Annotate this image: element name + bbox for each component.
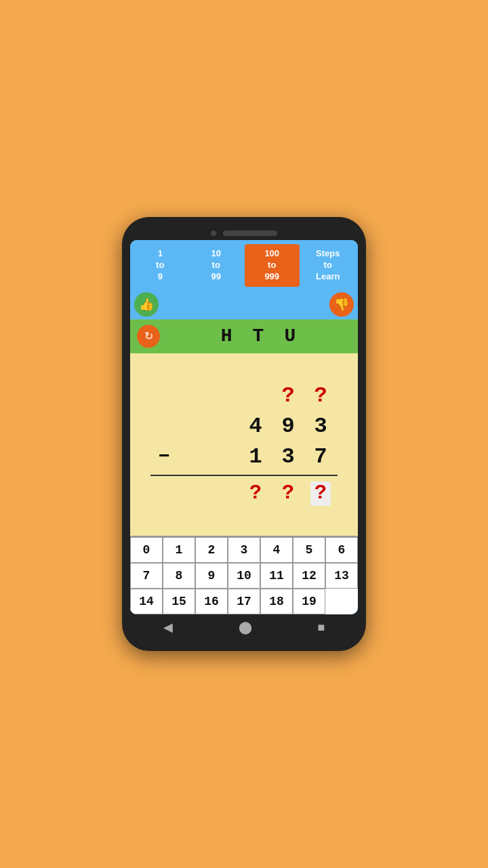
thumbs-down-icon: 👎 — [334, 297, 349, 312]
action-row: 👍 👎 — [130, 290, 358, 319]
subtrahend-u: 7 — [310, 444, 331, 469]
thumbs-up-button[interactable]: 👍 — [134, 292, 159, 317]
numpad-key-19[interactable]: 19 — [293, 589, 325, 614]
u-label: U — [284, 326, 296, 347]
minuend-row: 4 9 3 — [144, 411, 344, 441]
numpad-key-14[interactable]: 14 — [130, 589, 163, 614]
refresh-button[interactable]: ↻ — [137, 325, 160, 348]
tab-10to99[interactable]: 10 to 99 — [189, 244, 244, 287]
htu-header: ↻ H T U — [130, 319, 358, 353]
tab-steps[interactable]: Steps to Learn — [301, 244, 356, 287]
hint-u: ? — [310, 383, 331, 408]
recents-button[interactable]: ■ — [318, 620, 325, 635]
thumbs-up-icon: 👍 — [139, 297, 154, 312]
numpad-key-10[interactable]: 10 — [228, 563, 260, 589]
result-row: ? ? ? — [144, 479, 344, 509]
subtrahend-row: − 1 3 7 — [144, 441, 344, 472]
phone-shell: 1 to 9 10 to 99 100 to 999 Steps to Lear… — [122, 217, 366, 651]
divider-line — [150, 475, 338, 476]
numpad-key-16[interactable]: 16 — [195, 589, 228, 614]
speaker — [223, 231, 277, 236]
subtrahend-t: 3 — [278, 444, 298, 469]
minuend-t: 9 — [278, 414, 298, 439]
home-button[interactable]: ⬤ — [239, 620, 252, 635]
numpad-key-0[interactable]: 0 — [130, 537, 163, 563]
numpad-key-5[interactable]: 5 — [293, 537, 325, 563]
numpad-key-8[interactable]: 8 — [163, 563, 195, 589]
numpad-key-12[interactable]: 12 — [293, 563, 325, 589]
numpad: 012345678910111213141516171819 — [130, 536, 358, 614]
htu-labels: H T U — [165, 326, 351, 347]
hint-t: ? — [278, 383, 298, 408]
hint-row: ? ? ? — [144, 380, 344, 411]
camera-dot — [211, 231, 216, 236]
subtrahend-h: 1 — [245, 444, 266, 469]
h-label: H — [221, 326, 232, 347]
operator: − — [159, 446, 170, 467]
tab-100to999[interactable]: 100 to 999 — [245, 244, 300, 287]
numpad-key-4[interactable]: 4 — [260, 537, 293, 563]
phone-notch — [130, 231, 358, 236]
result-h[interactable]: ? — [245, 481, 266, 506]
numpad-key-6[interactable]: 6 — [325, 537, 358, 563]
result-t[interactable]: ? — [278, 481, 298, 506]
numpad-key-13[interactable]: 13 — [325, 563, 358, 589]
numpad-key-9[interactable]: 9 — [195, 563, 228, 589]
minuend-h: 4 — [245, 414, 266, 439]
thumbs-down-button[interactable]: 👎 — [329, 292, 354, 317]
back-button[interactable]: ◀ — [163, 620, 173, 635]
numpad-key-18[interactable]: 18 — [260, 589, 293, 614]
tab-bar: 1 to 9 10 to 99 100 to 999 Steps to Lear… — [130, 240, 358, 290]
numpad-key-3[interactable]: 3 — [228, 537, 260, 563]
numpad-key-11[interactable]: 11 — [260, 563, 293, 589]
phone-nav-bar: ◀ ⬤ ■ — [130, 614, 358, 637]
numpad-key-7[interactable]: 7 — [130, 563, 163, 589]
t-label: T — [253, 326, 264, 347]
numpad-key-17[interactable]: 17 — [228, 589, 260, 614]
tab-1to9[interactable]: 1 to 9 — [133, 244, 188, 287]
minuend-u: 3 — [310, 414, 331, 439]
refresh-icon: ↻ — [144, 330, 153, 342]
result-u[interactable]: ? — [310, 481, 331, 506]
numpad-key-2[interactable]: 2 — [195, 537, 228, 563]
numpad-key-1[interactable]: 1 — [163, 537, 195, 563]
content-area: ↻ H T U ? ? ? 4 9 — [130, 319, 358, 614]
numpad-key-15[interactable]: 15 — [163, 589, 195, 614]
screen: 1 to 9 10 to 99 100 to 999 Steps to Lear… — [130, 240, 358, 614]
math-area: ? ? ? 4 9 3 − 1 3 7 — [130, 353, 358, 536]
